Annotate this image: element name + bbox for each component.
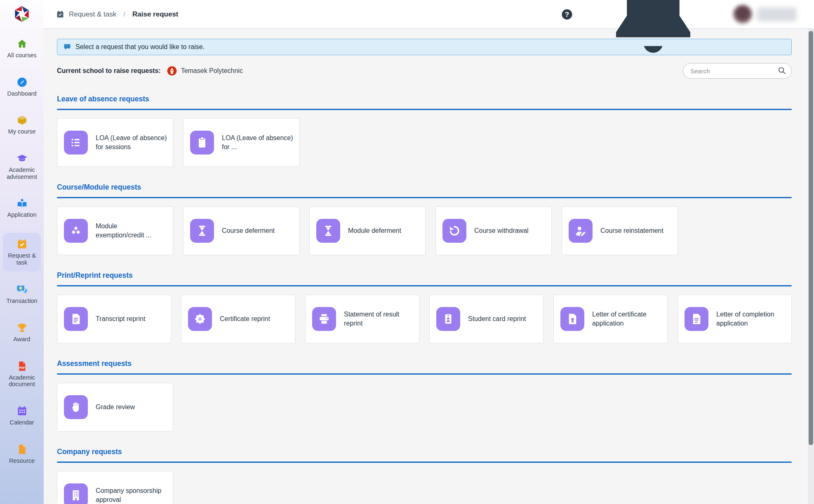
sidebar-item-academic-document[interactable]: PDFAcademic document (3, 357, 41, 391)
hourglass-icon (316, 219, 340, 243)
request-card[interactable]: Course withdrawal (435, 206, 552, 255)
hourglass-icon (190, 219, 214, 243)
request-card-label: Letter of completion application (716, 310, 786, 328)
app-logo-icon (12, 5, 31, 23)
clipboard-icon (190, 131, 214, 155)
school-logo-icon (167, 66, 177, 76)
compass-icon (16, 77, 28, 88)
sidebar-item-label: Request & task (4, 252, 40, 266)
request-card[interactable]: Letter of completion application (678, 295, 792, 343)
request-card-label: LOA (Leave of absence) for ... (222, 134, 293, 152)
request-card[interactable]: Certificate reprint (181, 295, 295, 343)
request-card[interactable]: Student card reprint (429, 295, 543, 343)
comments-dollar-icon: $ (16, 284, 28, 295)
school-name: Temasek Polytechnic (181, 67, 243, 75)
hand-icon (64, 395, 88, 419)
sidebar-item-application[interactable]: Application (3, 195, 41, 222)
request-card[interactable]: Statement of result reprint (305, 295, 419, 343)
request-card[interactable]: LOA (Leave of absence) for sessions (57, 118, 173, 167)
home-icon (16, 38, 28, 49)
notifications-button[interactable]: 99+ (591, 0, 715, 77)
main-content: Select a request that you would like to … (44, 29, 814, 504)
sidebar-item-label: Resource (9, 457, 35, 464)
page-title: Raise request (132, 10, 179, 19)
trophy-icon (16, 322, 28, 333)
request-card-label: Course deferment (222, 226, 275, 235)
request-card-label: Transcript reprint (96, 314, 145, 323)
section-divider (57, 197, 792, 198)
card-row: Module exemption/credit ...Course deferm… (57, 206, 792, 255)
sidebar-item-label: Transaction (6, 298, 37, 305)
request-card[interactable]: Course deferment (183, 206, 299, 255)
request-card-label: Module deferment (348, 226, 401, 235)
sidebar-item-label: Award (14, 336, 31, 343)
undo-icon (442, 219, 466, 243)
section-divider (57, 462, 792, 463)
printer-icon (312, 307, 336, 331)
section-title: Print/Reprint requests (57, 271, 792, 280)
user-menu[interactable] (733, 5, 797, 24)
section-divider (57, 109, 792, 110)
scrollbar-track[interactable] (808, 29, 814, 504)
request-card-label: Statement of result reprint (344, 310, 413, 328)
request-card[interactable]: Grade review (57, 383, 173, 431)
sidebar-item-academic-advisement[interactable]: Academic advisement (3, 150, 41, 183)
request-card[interactable]: Company sponsorship approval (57, 471, 173, 504)
banner-text: Select a request that you would like to … (75, 43, 205, 51)
svg-text:$: $ (19, 286, 21, 291)
sidebar-item-transaction[interactable]: $Transaction (3, 281, 41, 308)
section-title: Assessment requests (57, 359, 792, 368)
section-title: Company requests (57, 448, 792, 456)
section-title: Course/Module requests (57, 183, 792, 192)
request-card[interactable]: Transcript reprint (57, 295, 171, 343)
section-divider (57, 373, 792, 375)
current-school-label: Current school to raise requests: (57, 67, 161, 75)
scrollbar-thumb[interactable] (809, 31, 813, 445)
sidebar-item-resource[interactable]: Resource (3, 441, 41, 468)
cube-icon (16, 115, 28, 126)
calendar-check-icon (16, 239, 28, 250)
breadcrumb-separator: / (123, 10, 125, 19)
sidebar-item-all-courses[interactable]: All courses (3, 35, 41, 62)
help-icon[interactable]: ? (561, 8, 573, 21)
transcript-icon (64, 307, 88, 331)
sidebar-item-request-task[interactable]: Request & task (3, 233, 41, 272)
sidebar-item-label: Application (7, 211, 37, 218)
calendar-check-icon (56, 10, 64, 19)
sidebar: All coursesDashboardMy courseAcademic ad… (0, 0, 44, 504)
svg-text:PDF: PDF (19, 366, 25, 369)
sidebar-item-award[interactable]: Award (3, 319, 41, 346)
sidebar-item-label: Academic document (4, 374, 40, 388)
request-card-label: Student card reprint (468, 314, 526, 323)
file-check-icon (685, 307, 708, 331)
request-card-label: LOA (Leave of absence) for sessions (96, 134, 167, 152)
request-card-label: Course reinstatement (600, 226, 663, 235)
request-card[interactable]: Module deferment (309, 206, 426, 255)
graduation-cap-icon (16, 153, 28, 164)
request-card[interactable]: LOA (Leave of absence) for ... (183, 118, 299, 167)
request-card-label: Grade review (96, 403, 135, 412)
card-row: Transcript reprintCertificate reprintSta… (57, 295, 792, 343)
building-icon (64, 483, 88, 504)
card-row: Grade review (57, 383, 792, 431)
avatar (733, 5, 752, 24)
card-row: LOA (Leave of absence) for sessionsLOA (… (57, 118, 792, 167)
card-row: Company sponsorship approval (57, 471, 792, 504)
sidebar-item-calendar[interactable]: Calendar (3, 402, 41, 429)
request-card-label: Course withdrawal (474, 226, 529, 235)
sidebar-item-label: Calendar (10, 419, 34, 426)
breadcrumb-request-task[interactable]: Request & task (69, 10, 116, 19)
request-card[interactable]: Course reinstatement (562, 206, 678, 255)
sidebar-item-my-course[interactable]: My course (3, 111, 41, 138)
certificate-icon (188, 307, 212, 331)
calendar-icon (16, 406, 28, 417)
request-card[interactable]: Module exemption/credit ... (57, 206, 173, 255)
user-edit-icon (569, 219, 593, 243)
request-card[interactable]: Letter of certificate application (553, 295, 668, 343)
request-card-label: Company sponsorship approval (96, 486, 167, 504)
svg-text:?: ? (565, 10, 569, 18)
breadcrumb: Request & task / Raise request (56, 10, 179, 19)
section-title: Leave of absence requests (57, 95, 792, 103)
cubes-icon (64, 219, 88, 243)
sidebar-item-dashboard[interactable]: Dashboard (3, 73, 41, 101)
